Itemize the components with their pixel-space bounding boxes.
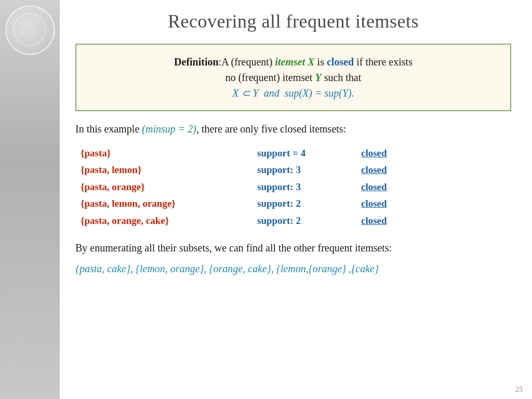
example-pre: In this example [75, 123, 142, 135]
definition-line3: X ⊂ Y and sup(X) = sup(Y). [89, 85, 498, 101]
example-post: , there are only five closed itemsets: [196, 123, 346, 135]
itemset-name-1: {pasta} [81, 145, 257, 161]
table-row: {pasta, orange} support: 3 closed [81, 179, 511, 195]
itemset-support-5: support: 2 [257, 213, 361, 229]
def-Y: Y [315, 72, 321, 83]
itemsets-area: {pasta} support = 4 closed {pasta, lemon… [75, 145, 511, 229]
def-no-frequent: no (frequent) itemset [225, 72, 315, 83]
itemset-closed-2: closed [361, 162, 387, 178]
def-such-that: such that [322, 72, 362, 83]
def-post1: if there exists [354, 56, 413, 68]
example-paragraph: In this example (minsup = 2), there are … [75, 122, 511, 136]
table-row: {pasta, lemon} support: 3 closed [81, 162, 511, 178]
definition-line2: no (frequent) itemset Y such that [89, 70, 498, 85]
itemset-name-4: {pasta, lemon, orange} [81, 196, 257, 211]
def-is: is [315, 56, 327, 68]
table-row: {pasta, orange, cake} support: 2 closed [81, 213, 511, 229]
def-closed-label: closed [327, 56, 354, 68]
page-title: Recovering all frequent itemsets [75, 10, 511, 32]
main-content: Recovering all frequent itemsets Definit… [60, 0, 532, 399]
enumeration-blue-itemsets: {pasta, cake}, {lemon, orange}, {orange,… [75, 263, 379, 274]
itemset-name-5: {pasta, orange, cake} [81, 213, 257, 229]
itemset-closed-3: closed [361, 179, 387, 195]
itemset-support-4: support: 2 [257, 196, 361, 211]
itemset-closed-5: closed [361, 213, 387, 229]
itemset-name-2: {pasta, lemon} [81, 162, 257, 178]
itemset-closed-4: closed [361, 196, 387, 211]
def-pre: A (frequent) [221, 56, 275, 68]
def-itemset-x: itemset X [275, 56, 315, 68]
itemset-support-3: support: 3 [257, 179, 361, 195]
minsup-value: (minsup = 2) [142, 123, 196, 135]
table-row: {pasta, lemon, orange} support: 2 closed [81, 196, 511, 211]
def-equation: X ⊂ Y and sup(X) = sup(Y). [232, 87, 354, 99]
definition-box: Definition:A (frequent) itemset X is clo… [75, 44, 511, 111]
side-decoration [0, 0, 60, 399]
enumeration-paragraph: By enumerating all their subsets, we can… [75, 240, 511, 256]
itemset-support-2: support: 3 [257, 162, 361, 178]
itemset-support-1: support = 4 [257, 145, 361, 161]
definition-text: Definition:A (frequent) itemset X is clo… [89, 54, 498, 70]
def-bold-label: Definition [174, 56, 219, 68]
page-number: 23 [515, 385, 523, 394]
itemset-closed-1: closed [361, 145, 387, 161]
enumeration-itemsets: {pasta, cake}, {lemon, orange}, {orange,… [75, 261, 511, 276]
itemset-name-3: {pasta, orange} [81, 179, 257, 195]
table-row: {pasta} support = 4 closed [81, 145, 511, 161]
